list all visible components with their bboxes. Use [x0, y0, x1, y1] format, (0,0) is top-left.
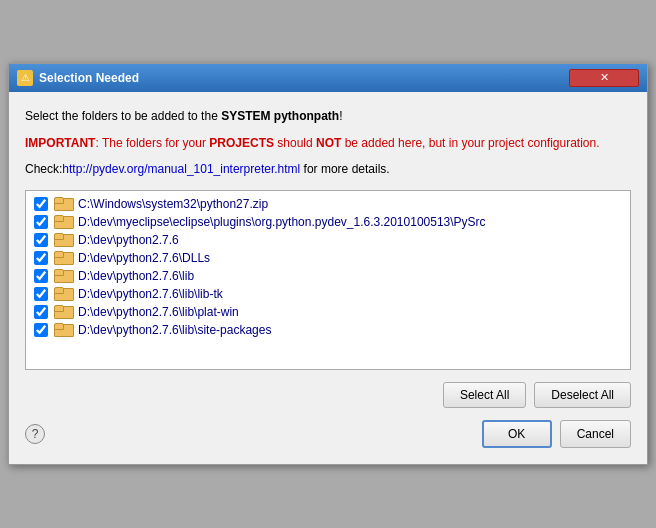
action-buttons: Select All Deselect All — [25, 382, 631, 408]
close-button[interactable]: ✕ — [569, 69, 639, 87]
important-bold-3: NOT — [316, 136, 341, 150]
list-item[interactable]: D:\dev\python2.7.6\lib\site-packages — [30, 321, 626, 339]
folder-icon — [54, 323, 72, 337]
window-icon: ⚠ — [17, 70, 33, 86]
deselect-all-button[interactable]: Deselect All — [534, 382, 631, 408]
title-bar-left: ⚠ Selection Needed — [17, 70, 139, 86]
ok-button[interactable]: OK — [482, 420, 552, 448]
folder-icon — [54, 233, 72, 247]
list-item-path: C:\Windows\system32\python27.zip — [78, 197, 268, 211]
title-controls: ✕ — [569, 69, 639, 87]
list-item[interactable]: D:\dev\python2.7.6\lib — [30, 267, 626, 285]
manual-link[interactable]: http://pydev.org/manual_101_interpreter.… — [62, 162, 300, 176]
list-item-checkbox[interactable] — [34, 197, 48, 211]
important-bold-2: PROJECTS — [209, 136, 274, 150]
list-item-path: D:\dev\python2.7.6\DLLs — [78, 251, 210, 265]
primary-message: Select the folders to be added to the SY… — [25, 108, 631, 125]
list-item-checkbox[interactable] — [34, 251, 48, 265]
dialog-content: Select the folders to be added to the SY… — [9, 92, 647, 464]
list-item[interactable]: C:\Windows\system32\python27.zip — [30, 195, 626, 213]
folder-icon — [54, 197, 72, 211]
list-item-checkbox[interactable] — [34, 233, 48, 247]
cancel-button[interactable]: Cancel — [560, 420, 631, 448]
list-item-path: D:\dev\python2.7.6\lib\lib-tk — [78, 287, 223, 301]
folder-icon — [54, 215, 72, 229]
ok-cancel-buttons: OK Cancel — [482, 420, 631, 448]
list-item-path: D:\dev\python2.7.6\lib — [78, 269, 194, 283]
dialog-window: ⚠ Selection Needed ✕ Select the folders … — [8, 63, 648, 465]
list-item-path: D:\dev\myeclipse\eclipse\plugins\org.pyt… — [78, 215, 486, 229]
list-item-path: D:\dev\python2.7.6\lib\site-packages — [78, 323, 271, 337]
list-item-checkbox[interactable] — [34, 215, 48, 229]
list-item[interactable]: D:\dev\python2.7.6\lib\plat-win — [30, 303, 626, 321]
list-item[interactable]: D:\dev\python2.7.6 — [30, 231, 626, 249]
window-title: Selection Needed — [39, 71, 139, 85]
folder-icon — [54, 269, 72, 283]
help-icon[interactable]: ? — [25, 424, 45, 444]
folder-icon — [54, 305, 72, 319]
title-bar: ⚠ Selection Needed ✕ — [9, 64, 647, 92]
primary-bold: SYSTEM pythonpath — [221, 109, 339, 123]
list-item-checkbox[interactable] — [34, 269, 48, 283]
folder-list: C:\Windows\system32\python27.zipD:\dev\m… — [25, 190, 631, 370]
list-item-checkbox[interactable] — [34, 287, 48, 301]
list-item-path: D:\dev\python2.7.6 — [78, 233, 179, 247]
folder-icon — [54, 251, 72, 265]
folder-icon — [54, 287, 72, 301]
list-item[interactable]: D:\dev\myeclipse\eclipse\plugins\org.pyt… — [30, 213, 626, 231]
select-all-button[interactable]: Select All — [443, 382, 526, 408]
bottom-row: ? OK Cancel — [25, 420, 631, 448]
list-item-checkbox[interactable] — [34, 305, 48, 319]
list-item[interactable]: D:\dev\python2.7.6\lib\lib-tk — [30, 285, 626, 303]
important-bold-1: IMPORTANT — [25, 136, 95, 150]
list-item-path: D:\dev\python2.7.6\lib\plat-win — [78, 305, 239, 319]
list-item[interactable]: D:\dev\python2.7.6\DLLs — [30, 249, 626, 267]
important-message: IMPORTANT: The folders for your PROJECTS… — [25, 135, 631, 152]
link-message: Check:http://pydev.org/manual_101_interp… — [25, 161, 631, 178]
list-item-checkbox[interactable] — [34, 323, 48, 337]
